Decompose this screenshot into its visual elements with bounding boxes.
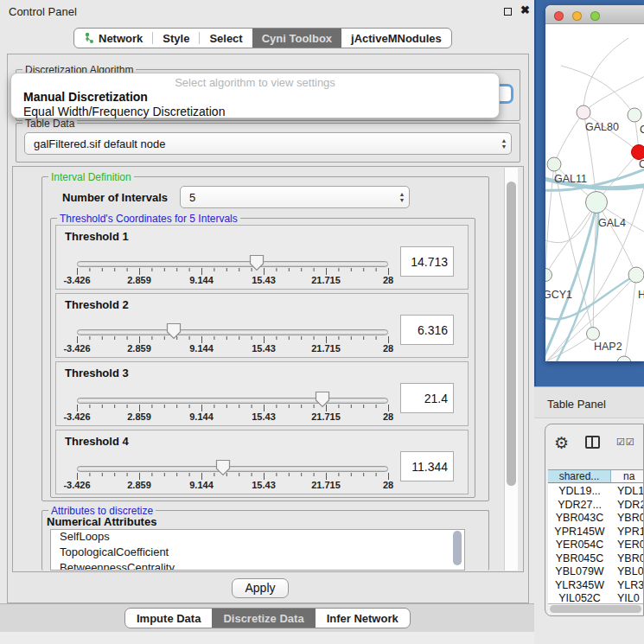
network-node[interactable] bbox=[577, 105, 590, 119]
table-cell[interactable]: YBR045C bbox=[548, 552, 611, 565]
tab-select[interactable]: Select bbox=[200, 29, 252, 48]
horizontal-scrollbar-thumb[interactable] bbox=[550, 605, 641, 613]
network-node[interactable] bbox=[632, 145, 644, 160]
threshold-value-field[interactable]: 11.344 bbox=[400, 451, 454, 481]
threshold-value-field[interactable]: 6.316 bbox=[400, 315, 454, 345]
tab-label: Select bbox=[209, 32, 242, 45]
bottom-tab-bar: Impute DataDiscretize DataInfer Network bbox=[124, 608, 411, 628]
slider-tick-label: 21.715 bbox=[311, 411, 341, 422]
threshold-label: Threshold 4 bbox=[65, 435, 129, 448]
thresholds-group-label: Threshold's Coordinates for 5 Intervals bbox=[57, 213, 240, 225]
slider-handle[interactable] bbox=[249, 254, 265, 271]
gear-icon[interactable]: ⚙ bbox=[554, 433, 569, 453]
table-cell[interactable]: YER054C bbox=[548, 539, 611, 552]
attribute-list-item[interactable]: SelfLoops bbox=[51, 530, 464, 545]
table-cell[interactable]: YBR0 bbox=[617, 552, 644, 565]
network-edge bbox=[596, 202, 636, 275]
threshold-value-field[interactable]: 21.4 bbox=[400, 383, 454, 413]
num-intervals-label: Number of Intervals bbox=[62, 191, 168, 204]
slider-track[interactable] bbox=[77, 261, 388, 267]
slider-tick-label: 28 bbox=[383, 275, 393, 285]
table-cell[interactable]: YER0 bbox=[617, 539, 644, 552]
zoom-traffic-light-icon[interactable] bbox=[590, 11, 600, 21]
threshold-panel-4: Threshold 4-3.4262.8599.14415.4321.71528… bbox=[55, 430, 469, 494]
minimize-traffic-light-icon[interactable] bbox=[572, 11, 582, 21]
table-cell[interactable]: YPR1 bbox=[617, 526, 644, 539]
table-cell[interactable]: YPR145W bbox=[548, 526, 611, 539]
network-node[interactable] bbox=[628, 108, 641, 122]
num-intervals-combobox[interactable]: 5 ▲▼ bbox=[180, 186, 410, 208]
tab-cyni-toolbox[interactable]: Cyni Toolbox bbox=[252, 29, 341, 48]
slider-tick-label: 28 bbox=[383, 411, 393, 422]
algorithm-hint: Select algorithm to view settings bbox=[11, 76, 499, 89]
tab-impute-data[interactable]: Impute Data bbox=[125, 609, 212, 628]
attribute-list-item[interactable]: TopologicalCoefficient bbox=[51, 545, 464, 561]
network-canvas[interactable]: GAL80GACGAL11GAL4GCY1HHAP2 bbox=[545, 24, 644, 361]
tab-discretize-data[interactable]: Discretize Data bbox=[212, 609, 315, 628]
attributes-scrollbar-thumb[interactable] bbox=[453, 531, 462, 565]
slider-tick-label: 28 bbox=[383, 343, 393, 354]
slider-handle[interactable] bbox=[315, 391, 330, 408]
network-node[interactable] bbox=[587, 328, 600, 341]
table-cell[interactable]: YBR0 bbox=[617, 512, 644, 525]
threshold-panel-1: Threshold 1-3.4262.8599.14415.4321.71528… bbox=[55, 225, 469, 290]
table-cell[interactable]: YDL1 bbox=[617, 485, 644, 498]
attribute-list-item[interactable]: BetweennessCentrality bbox=[51, 561, 464, 571]
slider-track[interactable] bbox=[77, 466, 388, 472]
tab-style[interactable]: Style bbox=[153, 29, 199, 48]
slider-ticks bbox=[77, 336, 389, 344]
table-data-combobox[interactable]: galFiltered.sif default node ▲▼ bbox=[24, 132, 512, 155]
slider-track[interactable] bbox=[77, 398, 388, 404]
table-cell[interactable]: YDR2 bbox=[617, 499, 644, 512]
vertical-scrollbar-thumb[interactable] bbox=[507, 182, 516, 486]
network-window-titlebar[interactable] bbox=[545, 5, 644, 24]
tab-network[interactable]: Network bbox=[74, 29, 152, 48]
table-cell[interactable]: YBL0 bbox=[617, 565, 644, 578]
network-edge bbox=[583, 74, 644, 112]
apply-button[interactable]: Apply bbox=[232, 578, 289, 598]
tab-jactivemnodules[interactable]: jActiveMNodules bbox=[341, 29, 451, 48]
panel-title: Control Panel bbox=[9, 5, 77, 18]
network-node-label: HAP2 bbox=[594, 341, 622, 353]
right-side: GAL80GACGAL11GAL4GCY1HHAP2 Table Panel ⚙… bbox=[534, 0, 644, 644]
tab-infer-network[interactable]: Infer Network bbox=[316, 609, 410, 628]
table-cell[interactable]: YBR043C bbox=[548, 512, 611, 525]
table-cell[interactable]: YLR345W bbox=[548, 579, 611, 592]
slider-tick-label: -3.426 bbox=[63, 411, 90, 422]
network-node[interactable] bbox=[628, 267, 644, 283]
close-traffic-light-icon[interactable] bbox=[554, 11, 564, 21]
table-cell[interactable]: YBL079W bbox=[548, 565, 611, 578]
network-node-label: C bbox=[639, 158, 644, 170]
column-header-1[interactable]: shared... bbox=[548, 470, 611, 483]
network-node[interactable] bbox=[545, 269, 552, 282]
slider-tick-label: 9.144 bbox=[189, 480, 214, 490]
slider-track[interactable] bbox=[77, 329, 388, 335]
threshold-value-field[interactable]: 14.713 bbox=[400, 246, 454, 277]
checkbox-columns-icon[interactable]: ☑☑ bbox=[616, 437, 635, 448]
table-cell[interactable]: YLR3 bbox=[617, 579, 644, 592]
algorithm-option[interactable]: Manual Discretization bbox=[23, 90, 148, 104]
network-node[interactable] bbox=[586, 192, 608, 214]
close-icon[interactable]: ✖ bbox=[520, 3, 530, 16]
num-intervals-value: 5 bbox=[181, 191, 395, 204]
threshold-label: Threshold 1 bbox=[65, 230, 129, 243]
tab-label: jActiveMNodules bbox=[351, 32, 442, 45]
split-view-icon[interactable] bbox=[585, 436, 600, 449]
interval-definition-label: Interval Definition bbox=[48, 171, 134, 183]
table-data-value: galFiltered.sif default node bbox=[25, 137, 497, 150]
network-node[interactable] bbox=[547, 157, 561, 171]
slider-handle[interactable] bbox=[215, 459, 231, 476]
network-window: GAL80GACGAL11GAL4GCY1HHAP2 bbox=[545, 5, 644, 361]
float-window-icon[interactable] bbox=[504, 8, 512, 16]
network-edge bbox=[561, 66, 634, 115]
table-cell[interactable]: YDL19... bbox=[548, 485, 611, 498]
control-panel: Control Panel ✖ NetworkStyleSelectCyni T… bbox=[0, 0, 534, 644]
numerical-attributes-heading: Numerical Attributes bbox=[47, 515, 156, 528]
slider-tick-label: 28 bbox=[383, 480, 393, 490]
network-node[interactable] bbox=[617, 356, 631, 361]
column-header-2[interactable]: na bbox=[611, 470, 644, 483]
slider-handle[interactable] bbox=[166, 322, 182, 340]
numerical-attributes-list[interactable]: SelfLoopsTopologicalCoefficientBetweenne… bbox=[50, 529, 465, 571]
algorithm-option[interactable]: Equal Width/Frequency Discretization bbox=[23, 105, 225, 118]
table-cell[interactable]: YDR27... bbox=[548, 499, 611, 512]
